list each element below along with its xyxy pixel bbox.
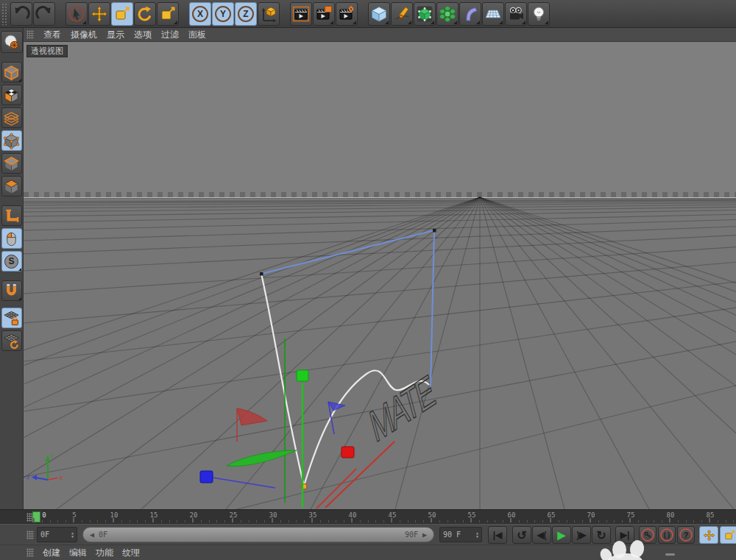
undo-button[interactable] (10, 2, 32, 26)
stepper-icon[interactable]: ▲▼ (71, 531, 74, 539)
points-mode-button[interactable] (1, 130, 22, 151)
undo-icon (13, 5, 30, 23)
mouse-input-button[interactable] (1, 228, 22, 249)
bottom-menu-bar: 创建 编辑 功能 纹理 (0, 545, 736, 560)
render-picture-viewer-button[interactable] (313, 2, 335, 26)
play-icon: ▶ (558, 529, 566, 541)
keyframe-help-button[interactable]: ? (677, 526, 695, 544)
scene-3d-text[interactable]: MATE (365, 365, 439, 452)
green-cube-marker[interactable] (297, 370, 308, 381)
autokey-parens-button[interactable]: ( ) (658, 526, 676, 544)
record-scale-button[interactable] (720, 526, 736, 544)
y-axis-lock-button[interactable]: Y (212, 2, 234, 26)
model-mode-button[interactable] (1, 62, 22, 82)
x-axis-letter: X (197, 9, 203, 19)
axis-workplane-button[interactable] (1, 205, 22, 226)
transport-bar: 0F ▲▼ ◀ 0F 90F ▶ 90 F ▲▼ |◀ ↺ ◀( ▶ )▶ ↻ … (0, 524, 736, 545)
spline-vertex-dot[interactable] (260, 272, 263, 276)
workplane-rotate-button[interactable] (1, 330, 22, 351)
x-axis-lock-button[interactable]: X (189, 2, 211, 26)
blue-flag[interactable] (328, 402, 345, 411)
generator-flower-icon (439, 5, 456, 23)
menu-camera[interactable]: 摄像机 (71, 29, 97, 41)
range-end-label: 90F ▶ (405, 531, 427, 539)
render-settings-button[interactable] (336, 2, 358, 26)
rotate-icon (136, 5, 154, 23)
snap-button[interactable]: S (1, 251, 22, 272)
scale-tool-button[interactable] (111, 2, 133, 26)
menubar-grip[interactable] (26, 30, 34, 39)
polygons-cube-icon (3, 178, 20, 195)
timeline-ruler[interactable]: 0510152025303540455055606570758085 (0, 509, 736, 524)
subdivision-surface-button[interactable] (414, 2, 436, 26)
bottombar-grip[interactable] (26, 548, 34, 557)
camera-button[interactable] (505, 2, 527, 26)
toolbar-grip[interactable] (1, 3, 7, 25)
viewport-label[interactable]: 透视视图 (26, 45, 68, 57)
move-tool-button[interactable] (88, 2, 110, 26)
floor-grid-icon (484, 5, 502, 23)
cube-primitive-icon (370, 5, 388, 23)
next-frame-button[interactable]: )▶ (572, 526, 591, 544)
menu-edit[interactable]: 编辑 (69, 547, 87, 559)
prev-frame-button[interactable]: ◀( (532, 526, 551, 544)
points-cube-icon (3, 132, 20, 149)
render-view-button[interactable] (290, 2, 312, 26)
blue-cube-marker[interactable] (200, 471, 213, 483)
record-keyframe-button[interactable] (639, 526, 657, 544)
prev-key-button[interactable]: ↺ (512, 526, 531, 544)
end-frame-field[interactable]: 90 F ▲▼ (439, 527, 482, 542)
menu-panel[interactable]: 面板 (188, 29, 206, 41)
green-swoosh[interactable] (227, 450, 297, 466)
menu-function[interactable]: 功能 (96, 547, 113, 559)
goto-start-button[interactable]: |◀ (488, 526, 507, 544)
redo-button[interactable] (33, 2, 55, 26)
workplane-lock-button[interactable] (1, 308, 22, 328)
goto-end-button[interactable]: ▶| (615, 526, 634, 544)
gizmo-x-label: X (60, 475, 63, 481)
light-button[interactable] (528, 2, 550, 26)
play-button[interactable]: ▶ (552, 526, 571, 544)
red-cube-marker[interactable] (342, 447, 354, 458)
record-position-icon (703, 529, 715, 542)
spline-vertex-dot[interactable] (433, 229, 436, 233)
texture-mode-button[interactable] (1, 85, 22, 105)
timeline-range-slider[interactable]: ◀ 0F 90F ▶ (82, 527, 434, 542)
transport-grip[interactable] (26, 531, 34, 539)
mouse-icon (3, 230, 20, 247)
navigation-button[interactable] (1, 31, 23, 53)
z-axis-icon: Z (238, 6, 254, 22)
stepper-icon[interactable]: ▲▼ (476, 531, 478, 539)
z-axis-lock-button[interactable]: Z (235, 2, 257, 26)
red-marker-line (325, 442, 394, 508)
red-flag[interactable] (237, 408, 267, 425)
generators-button[interactable] (436, 2, 459, 26)
render-picture-viewer-icon (315, 5, 333, 23)
pen-spline-button[interactable] (391, 2, 413, 26)
red-marker-line-2 (316, 469, 356, 508)
edges-mode-button[interactable] (1, 153, 22, 174)
menu-texture[interactable]: 纹理 (122, 547, 140, 559)
polygons-mode-button[interactable] (1, 176, 22, 196)
next-key-button[interactable]: ↻ (592, 526, 611, 544)
spline-blue-segment[interactable] (261, 230, 434, 386)
magnet-snap-button[interactable] (1, 280, 22, 301)
current-frame-field[interactable]: 0F ▲▼ (37, 527, 77, 542)
menu-options[interactable]: 选项 (134, 29, 152, 41)
coordinate-system-button[interactable] (258, 2, 280, 26)
deformers-button[interactable] (459, 2, 481, 26)
menu-create[interactable]: 创建 (43, 547, 60, 559)
add-cube-button[interactable] (368, 2, 390, 26)
live-selection-button[interactable] (66, 2, 88, 26)
mode-sidebar: S (0, 28, 24, 509)
menu-view[interactable]: 查看 (43, 29, 61, 41)
record-position-button[interactable] (699, 526, 718, 544)
uv-mesh-button[interactable] (1, 107, 22, 128)
menu-display[interactable]: 显示 (107, 29, 124, 41)
rotate-tool-button[interactable] (134, 2, 156, 26)
floor-button[interactable] (482, 2, 504, 26)
viewport[interactable]: MATE Z X Y 透视视图 (24, 42, 736, 509)
current-frame-value: 0F (40, 531, 71, 539)
menu-filter[interactable]: 过滤 (161, 29, 179, 41)
last-tool-button[interactable] (157, 2, 179, 26)
